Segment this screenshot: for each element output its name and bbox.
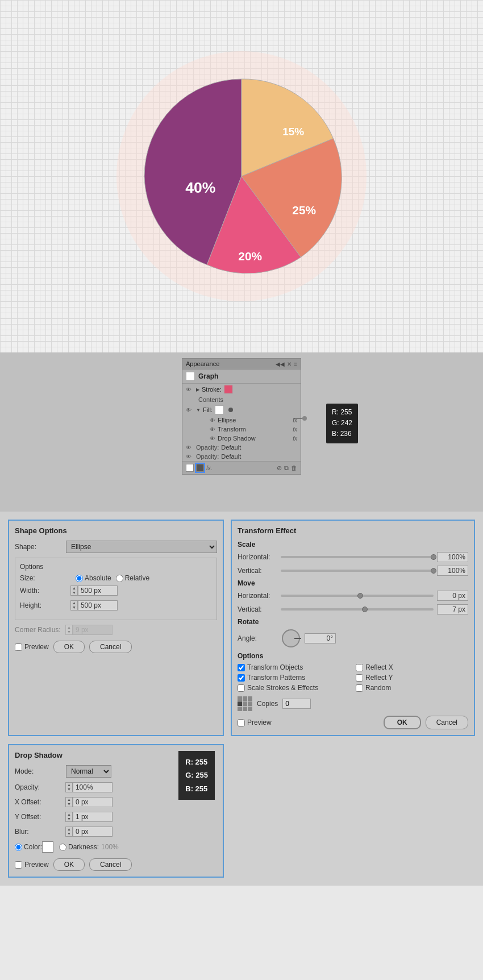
height-spin-arrows[interactable]: ▲ ▼ — [70, 600, 78, 610]
copies-row: Copies — [238, 696, 468, 711]
reflect-x-label[interactable]: Reflect X — [356, 663, 468, 671]
transform-ok-button[interactable]: OK — [384, 716, 421, 729]
pie-chart-svg: 40% 20% 25% 15% — [134, 68, 349, 284]
transform-preview-label[interactable]: Preview — [238, 719, 272, 726]
footer-trash-icon[interactable]: 🗑 — [291, 464, 297, 472]
footer-copy-icon[interactable]: ⧉ — [284, 464, 289, 472]
scale-v-input[interactable] — [437, 566, 468, 576]
collapse-btn[interactable]: ◀◀ — [276, 361, 285, 367]
scale-strokes-check[interactable] — [238, 684, 245, 692]
transform-objects-check[interactable] — [238, 664, 245, 671]
ds-preview-checkbox[interactable] — [15, 861, 22, 869]
move-h-track[interactable] — [281, 595, 434, 597]
absolute-radio-label[interactable]: Absolute — [76, 574, 111, 582]
relative-radio-label[interactable]: Relative — [116, 574, 149, 582]
ds-blur-arrows[interactable]: ▲ ▼ — [65, 827, 73, 836]
ds-color-swatch[interactable] — [42, 841, 53, 853]
scale-h-thumb[interactable] — [431, 554, 436, 560]
ds-mode-select[interactable]: Normal Multiply Screen — [66, 765, 111, 778]
move-v-input[interactable] — [437, 604, 468, 614]
shape-cancel-button[interactable]: Cancel — [89, 641, 132, 653]
close-btn[interactable]: ✕ — [287, 361, 292, 367]
footer-fx[interactable]: fx. — [206, 465, 213, 471]
canvas-area: 40% 20% 25% 15% — [0, 0, 483, 352]
copies-label-text: Copies — [257, 700, 278, 708]
ds-cancel-button[interactable]: Cancel — [89, 858, 132, 871]
random-check[interactable] — [356, 684, 363, 692]
scale-v-track[interactable] — [281, 570, 434, 572]
transform-cancel-button[interactable]: Cancel — [426, 716, 468, 729]
ds-xoffset-arrows[interactable]: ▲ ▼ — [65, 797, 73, 807]
eye-icon-opacity1[interactable]: 👁 — [186, 445, 194, 451]
transform-preview-check[interactable] — [238, 719, 245, 726]
scale-v-thumb[interactable] — [431, 568, 436, 574]
move-v-thumb[interactable] — [362, 607, 368, 612]
move-v-track[interactable] — [281, 608, 434, 611]
move-h-thumb[interactable] — [357, 593, 363, 599]
width-spin-arrows[interactable]: ▲ ▼ — [70, 585, 78, 595]
shape-select[interactable]: Ellipse — [66, 541, 217, 553]
move-h-input[interactable] — [437, 591, 468, 601]
height-down-arrow[interactable]: ▼ — [71, 605, 77, 610]
transform-patterns-label[interactable]: Transform Patterns — [238, 674, 350, 682]
drop-shadow-fx[interactable]: fx — [293, 435, 297, 442]
absolute-radio[interactable] — [76, 575, 83, 582]
menu-btn[interactable]: ≡ — [294, 361, 297, 367]
angle-dial[interactable] — [282, 629, 300, 647]
copies-input[interactable] — [282, 699, 311, 709]
eye-icon-transform[interactable]: 👁 — [210, 426, 218, 432]
panel-title: Appearance — [186, 360, 219, 367]
ds-blur-input[interactable] — [73, 827, 113, 837]
scale-strokes-label[interactable]: Scale Strokes & Effects — [238, 684, 350, 692]
transform-fx[interactable]: fx — [293, 426, 297, 433]
stroke-color-swatch[interactable] — [224, 385, 233, 394]
eye-icon-ellipse[interactable]: 👁 — [210, 417, 218, 423]
transform-objects-label[interactable]: Transform Objects — [238, 663, 350, 671]
ds-darkness-radio-label[interactable]: Darkness: — [59, 843, 99, 851]
fill-color-swatch[interactable] — [215, 405, 224, 414]
ds-yoffset-input[interactable] — [73, 812, 113, 822]
reflect-x-check[interactable] — [356, 664, 363, 671]
relative-radio[interactable] — [116, 575, 123, 582]
ds-opacity-down[interactable]: ▼ — [66, 787, 72, 792]
width-up-arrow[interactable]: ▲ — [71, 586, 77, 591]
ds-yoffset-arrows[interactable]: ▲ ▼ — [65, 812, 73, 821]
ds-opacity-up[interactable]: ▲ — [66, 783, 72, 787]
height-input[interactable] — [78, 600, 118, 611]
eye-icon-stroke[interactable]: 👁 — [186, 387, 194, 392]
reflect-y-label[interactable]: Reflect Y — [356, 674, 468, 682]
ds-preview-label[interactable]: Preview — [15, 861, 49, 869]
angle-needle — [294, 638, 301, 639]
ds-color-radio[interactable] — [15, 844, 22, 851]
eye-icon-opacity2[interactable]: 👁 — [186, 454, 194, 460]
drop-shadow-area: Drop Shadow R: 255 G: 255 B: 255 Mode: N… — [0, 744, 483, 886]
footer-square-active[interactable] — [196, 464, 204, 472]
tooltip-g: G: 242 — [332, 418, 352, 429]
scale-h-track[interactable] — [281, 556, 434, 558]
angle-input[interactable] — [305, 633, 336, 643]
ds-xoffset-input[interactable] — [73, 797, 113, 807]
move-v-row: Vertical: — [238, 604, 468, 614]
shape-ok-button[interactable]: OK — [53, 641, 85, 653]
reflect-y-check[interactable] — [356, 674, 363, 682]
random-label[interactable]: Random — [356, 684, 468, 692]
ds-opacity-arrows[interactable]: ▲ ▼ — [65, 782, 73, 792]
eye-icon-dropshadow[interactable]: 👁 — [210, 435, 218, 441]
footer-mask-icon[interactable]: ⊘ — [277, 464, 282, 472]
width-input[interactable] — [78, 585, 118, 596]
panel-controls: ◀◀ ✕ ≡ — [276, 361, 297, 367]
height-up-arrow[interactable]: ▲ — [71, 601, 77, 605]
svg-text:40%: 40% — [185, 179, 215, 196]
transform-patterns-check[interactable] — [238, 674, 245, 682]
shape-preview-label[interactable]: Preview — [15, 643, 49, 651]
ds-ok-button[interactable]: OK — [53, 858, 85, 871]
width-down-arrow[interactable]: ▼ — [71, 591, 77, 595]
transform-objects-text: Transform Objects — [247, 663, 303, 671]
ds-mode-label: Mode: — [15, 767, 66, 775]
eye-icon-fill[interactable]: 👁 — [186, 407, 194, 413]
ds-color-radio-label[interactable]: Color: — [15, 843, 42, 851]
shape-preview-checkbox[interactable] — [15, 643, 22, 651]
ds-darkness-radio[interactable] — [59, 844, 66, 851]
scale-h-input[interactable] — [437, 552, 468, 562]
ds-opacity-input[interactable] — [73, 782, 113, 792]
